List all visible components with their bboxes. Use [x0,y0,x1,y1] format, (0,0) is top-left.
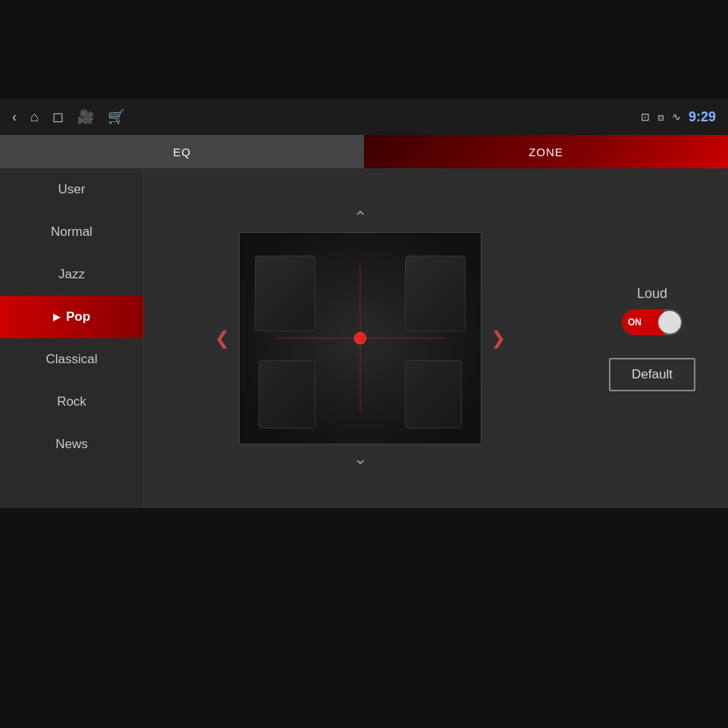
sidebar-item-normal[interactable]: Normal [0,211,143,253]
bag-icon[interactable]: 🛒 [108,108,124,125]
status-bar-right: ⊡ ⧈ ∿ 9:29 [641,109,716,125]
bluetooth-icon: ⧈ [657,111,664,124]
loud-label: Loud [637,286,667,302]
loud-section: Loud ON [622,286,682,335]
arrow-down-button[interactable]: ⌄ [353,449,367,469]
tab-eq[interactable]: EQ [0,135,364,168]
zone-middle: ❮ ❯ [215,232,506,444]
back-icon[interactable]: ‹ [12,109,17,125]
sidebar-item-jazz[interactable]: Jazz [0,253,143,296]
sidebar-item-classical[interactable]: Classical [0,338,143,381]
windows-icon[interactable]: ◻ [52,108,64,125]
tab-zone[interactable]: ZONE [364,135,728,168]
zone-area: ⌃ ❮ [144,168,576,508]
cast-icon: ⊡ [641,111,650,123]
sidebar-item-news[interactable]: News [0,423,143,466]
tab-bar: EQ ZONE [0,135,728,168]
seat-front-left [255,256,315,331]
seat-rear-right [405,360,462,428]
status-bar: ‹ ⌂ ◻ 🎥 🛒 ⊡ ⧈ ∿ 9:29 [0,99,728,135]
camera-icon[interactable]: 🎥 [77,108,94,125]
arrow-left-button[interactable]: ❮ [215,328,230,349]
main-content: User Normal Jazz ▶ Pop Classical Rock [0,168,728,508]
seat-rear-left [259,360,315,428]
play-icon: ▶ [53,312,60,322]
sidebar: User Normal Jazz ▶ Pop Classical Rock [0,168,144,508]
sidebar-item-user[interactable]: User [0,168,143,211]
right-controls: Loud ON Default [576,168,728,508]
time-display: 9:29 [689,109,716,125]
seat-front-right [405,256,466,331]
toggle-on-label: ON [628,317,642,328]
arrow-right-button[interactable]: ❯ [491,328,506,349]
sidebar-item-pop[interactable]: ▶ Pop [0,296,143,338]
default-button[interactable]: Default [609,358,695,391]
car-interior-display [239,232,482,444]
arrow-up-button[interactable]: ⌃ [353,208,367,228]
toggle-knob [658,311,681,334]
wifi-icon: ∿ [672,111,681,123]
sidebar-item-rock[interactable]: Rock [0,381,143,423]
loud-toggle[interactable]: ON [622,309,682,335]
home-icon[interactable]: ⌂ [30,109,39,125]
